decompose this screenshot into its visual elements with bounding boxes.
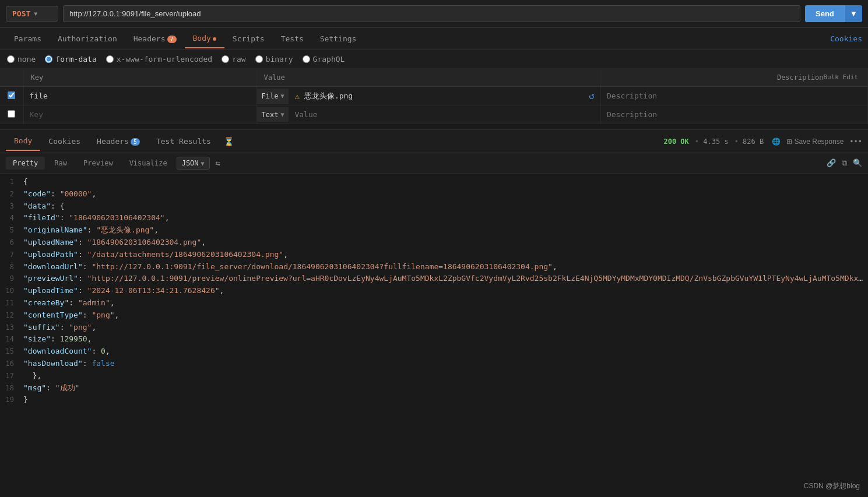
- json-string: "成功": [55, 383, 80, 392]
- json-punctuation: ,: [110, 298, 115, 307]
- nav-tabs: Params Authorization Headers7 Body Scrip…: [0, 28, 868, 50]
- line-number: 17: [5, 371, 23, 382]
- tab-params[interactable]: Params: [6, 30, 50, 48]
- row-desc-input[interactable]: [601, 87, 867, 105]
- row-desc-cell: [600, 87, 867, 105]
- option-binary[interactable]: binary: [255, 55, 293, 64]
- json-punctuation: :: [78, 250, 87, 259]
- row-value-cell: File ▼ ⚠ 恶龙头像.png ↺: [256, 87, 600, 105]
- more-options-icon[interactable]: •••: [849, 138, 862, 146]
- line-number: 18: [5, 383, 23, 394]
- json-key: "createBy": [23, 298, 69, 307]
- line-number: 16: [5, 358, 23, 369]
- json-punctuation: :: [51, 189, 60, 198]
- json-punctuation: :: [60, 323, 69, 332]
- code-line: 9"previewUrl": "http://127.0.0.1:9091/pr…: [0, 273, 868, 285]
- json-punctuation: :: [69, 298, 78, 307]
- tab-body[interactable]: Body: [185, 29, 224, 48]
- line-number: 4: [5, 213, 23, 224]
- json-key: "downloadCount": [23, 347, 92, 355]
- method-dropdown-icon: ▼: [34, 10, 37, 17]
- warning-icon: ⚠: [294, 91, 299, 101]
- response-tabs: Body Cookies Headers5 Test Results ⏳ 200…: [0, 130, 868, 153]
- option-urlencoded[interactable]: x-www-form-urlencoded: [106, 55, 212, 64]
- response-tab-cookies[interactable]: Cookies: [40, 132, 89, 150]
- json-punctuation: :: [83, 262, 92, 271]
- file-name-label: 恶龙头像.png: [304, 91, 353, 101]
- line-content: "originalName": "恶龙头像.png",: [23, 224, 863, 237]
- json-bool: false: [92, 359, 114, 368]
- send-dropdown-button[interactable]: ▼: [845, 5, 862, 22]
- method-label: POST: [12, 9, 30, 18]
- json-key: "size": [23, 334, 51, 343]
- json-string: "恶龙头像.png": [96, 225, 154, 234]
- line-number: 8: [5, 262, 23, 273]
- upload-icon[interactable]: ↺: [589, 90, 595, 101]
- history-icon[interactable]: ⏳: [224, 137, 234, 146]
- json-string: "admin": [78, 298, 110, 307]
- save-response-button[interactable]: ⊞ Save Response: [786, 138, 844, 146]
- empty-value-input[interactable]: [289, 105, 600, 124]
- json-key: "uploadPath": [23, 250, 78, 259]
- copy-icon[interactable]: ⧉: [842, 158, 847, 168]
- format-tab-pretty[interactable]: Pretty: [6, 157, 45, 170]
- line-content: "suffix": "png",: [23, 322, 863, 334]
- file-value-display: ⚠ 恶龙头像.png: [289, 87, 589, 105]
- line-content: "uploadPath": "/data/attachments/1864906…: [23, 249, 863, 261]
- option-form-data[interactable]: form-data: [45, 55, 96, 64]
- option-raw[interactable]: raw: [222, 55, 245, 64]
- format-tab-raw[interactable]: Raw: [47, 157, 74, 170]
- wrap-icon[interactable]: ⇆: [216, 158, 220, 168]
- tab-scripts[interactable]: Scripts: [224, 30, 273, 48]
- option-graphql[interactable]: GraphQL: [303, 55, 345, 64]
- method-selector[interactable]: POST ▼: [6, 6, 58, 22]
- watermark: CSDN @梦想blog: [804, 481, 860, 491]
- send-button[interactable]: Send: [805, 5, 845, 22]
- json-punctuation: :: [78, 286, 87, 295]
- tab-headers[interactable]: Headers7: [125, 30, 185, 48]
- desc-col-header: Description Bulk Edit: [600, 69, 867, 87]
- line-number: 11: [5, 298, 23, 309]
- response-tab-body[interactable]: Body: [6, 132, 40, 151]
- empty-desc-input[interactable]: [601, 105, 867, 124]
- json-punctuation: :: [78, 238, 87, 246]
- json-punctuation: ,: [115, 311, 120, 319]
- tab-authorization[interactable]: Authorization: [50, 30, 125, 48]
- line-content: {: [23, 176, 863, 188]
- cookies-link[interactable]: Cookies: [830, 34, 862, 43]
- row-key-input[interactable]: [24, 87, 256, 105]
- option-none[interactable]: none: [7, 55, 36, 64]
- empty-value-cell: Text ▼: [256, 105, 600, 124]
- code-line: 1{: [0, 176, 868, 188]
- json-punctuation: },: [23, 371, 41, 380]
- response-tab-headers[interactable]: Headers5: [89, 132, 148, 150]
- format-tab-visualize[interactable]: Visualize: [122, 157, 174, 170]
- line-content: "hasDownload": false: [23, 358, 863, 370]
- empty-key-input[interactable]: [24, 105, 256, 124]
- line-number: 13: [5, 322, 23, 333]
- line-content: "contentType": "png",: [23, 309, 863, 322]
- search-icon[interactable]: 🔍: [853, 158, 862, 168]
- json-punctuation: ,: [201, 238, 206, 246]
- empty-checkbox[interactable]: [8, 110, 15, 118]
- url-input[interactable]: [63, 5, 800, 22]
- row-checkbox[interactable]: [8, 91, 15, 99]
- status-time-label: • 4.35 s: [695, 138, 729, 146]
- line-content: "createBy": "admin",: [23, 297, 863, 309]
- code-area: 1{2"code": "00000",3"data": {4"fileId": …: [0, 174, 868, 408]
- line-number: 15: [5, 346, 23, 357]
- file-type-selector[interactable]: File ▼: [257, 89, 289, 104]
- empty-type-selector[interactable]: Text ▼: [257, 107, 289, 122]
- tab-tests[interactable]: Tests: [273, 30, 312, 48]
- tab-settings[interactable]: Settings: [312, 30, 365, 48]
- json-key: "originalName": [23, 225, 87, 234]
- format-tab-preview[interactable]: Preview: [76, 157, 120, 170]
- response-tab-test-results[interactable]: Test Results: [148, 132, 219, 150]
- bulk-edit-label[interactable]: Bulk Edit: [823, 73, 858, 81]
- json-string: "2024-12-06T13:34:21.7628426": [87, 286, 220, 295]
- table-row: File ▼ ⚠ 恶龙头像.png ↺: [0, 87, 868, 105]
- code-line: 14"size": 129950,: [0, 333, 868, 346]
- link-icon[interactable]: 🔗: [827, 158, 836, 168]
- json-format-selector[interactable]: JSON ▼: [177, 157, 210, 170]
- line-content: "size": 129950,: [23, 333, 863, 346]
